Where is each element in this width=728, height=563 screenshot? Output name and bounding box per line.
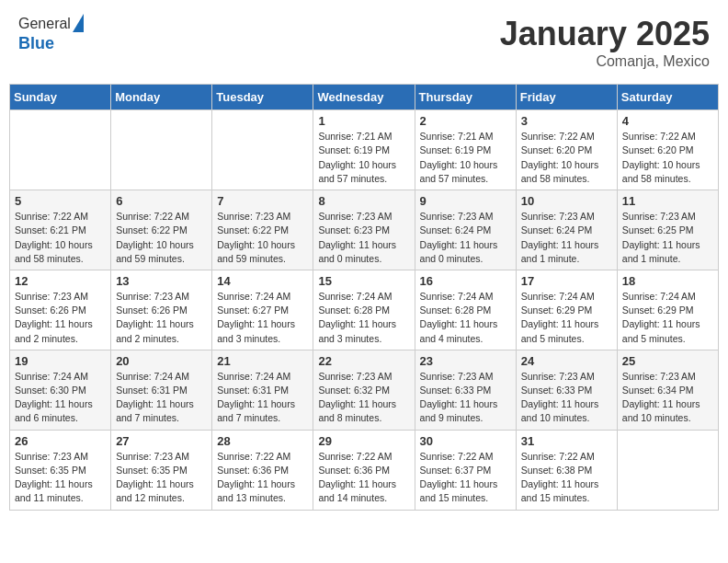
day-info: Sunrise: 7:24 AM Sunset: 6:30 PM Dayligh… [15,370,106,426]
day-info: Sunrise: 7:22 AM Sunset: 6:20 PM Dayligh… [622,130,713,186]
day-info: Sunrise: 7:24 AM Sunset: 6:28 PM Dayligh… [318,290,409,346]
calendar-week-row: 19Sunrise: 7:24 AM Sunset: 6:30 PM Dayli… [10,350,719,430]
day-number: 19 [15,354,106,368]
day-info: Sunrise: 7:23 AM Sunset: 6:25 PM Dayligh… [622,210,713,266]
day-info: Sunrise: 7:24 AM Sunset: 6:29 PM Dayligh… [622,290,713,346]
day-number: 11 [622,194,713,208]
calendar-cell [212,110,313,190]
day-info: Sunrise: 7:21 AM Sunset: 6:19 PM Dayligh… [420,130,511,186]
day-info: Sunrise: 7:23 AM Sunset: 6:35 PM Dayligh… [15,450,106,506]
day-number: 26 [15,434,106,448]
day-info: Sunrise: 7:24 AM Sunset: 6:27 PM Dayligh… [217,290,308,346]
day-info: Sunrise: 7:22 AM Sunset: 6:38 PM Dayligh… [521,450,612,506]
logo: General Blue [18,14,84,53]
calendar-cell: 15Sunrise: 7:24 AM Sunset: 6:28 PM Dayli… [313,270,415,350]
day-number: 22 [318,354,409,368]
day-info: Sunrise: 7:21 AM Sunset: 6:19 PM Dayligh… [318,130,409,186]
weekday-header-cell: Friday [516,85,617,110]
calendar-cell [111,110,212,190]
calendar-cell: 20Sunrise: 7:24 AM Sunset: 6:31 PM Dayli… [111,350,212,430]
weekday-header-cell: Wednesday [313,85,415,110]
calendar-cell: 4Sunrise: 7:22 AM Sunset: 6:20 PM Daylig… [617,110,718,190]
day-info: Sunrise: 7:22 AM Sunset: 6:37 PM Dayligh… [420,450,511,506]
calendar-cell [10,110,111,190]
calendar-week-row: 5Sunrise: 7:22 AM Sunset: 6:21 PM Daylig… [10,190,719,270]
calendar-cell: 31Sunrise: 7:22 AM Sunset: 6:38 PM Dayli… [516,430,617,510]
calendar-cell: 19Sunrise: 7:24 AM Sunset: 6:30 PM Dayli… [10,350,111,430]
calendar-cell: 14Sunrise: 7:24 AM Sunset: 6:27 PM Dayli… [212,270,313,350]
calendar-cell: 8Sunrise: 7:23 AM Sunset: 6:23 PM Daylig… [313,190,415,270]
weekday-header-cell: Tuesday [212,85,313,110]
day-info: Sunrise: 7:22 AM Sunset: 6:22 PM Dayligh… [116,210,207,266]
day-info: Sunrise: 7:23 AM Sunset: 6:23 PM Dayligh… [318,210,409,266]
calendar-cell: 10Sunrise: 7:23 AM Sunset: 6:24 PM Dayli… [516,190,617,270]
calendar-cell: 23Sunrise: 7:23 AM Sunset: 6:33 PM Dayli… [415,350,516,430]
weekday-header-row: SundayMondayTuesdayWednesdayThursdayFrid… [10,85,719,110]
day-number: 21 [217,354,308,368]
day-number: 20 [116,354,207,368]
logo-triangle-icon [73,14,84,32]
calendar-cell: 29Sunrise: 7:22 AM Sunset: 6:36 PM Dayli… [313,430,415,510]
title-area: January 2025 Comanja, Mexico [500,14,710,70]
day-number: 2 [420,114,511,128]
calendar-week-row: 1Sunrise: 7:21 AM Sunset: 6:19 PM Daylig… [10,110,719,190]
calendar-cell: 18Sunrise: 7:24 AM Sunset: 6:29 PM Dayli… [617,270,718,350]
calendar-cell: 30Sunrise: 7:22 AM Sunset: 6:37 PM Dayli… [415,430,516,510]
day-number: 4 [622,114,713,128]
day-number: 31 [521,434,612,448]
calendar-cell: 16Sunrise: 7:24 AM Sunset: 6:28 PM Dayli… [415,270,516,350]
calendar-cell: 17Sunrise: 7:24 AM Sunset: 6:29 PM Dayli… [516,270,617,350]
day-number: 16 [420,274,511,288]
day-number: 24 [521,354,612,368]
day-info: Sunrise: 7:23 AM Sunset: 6:34 PM Dayligh… [622,370,713,426]
calendar-cell: 1Sunrise: 7:21 AM Sunset: 6:19 PM Daylig… [313,110,415,190]
calendar-cell [617,430,718,510]
calendar-week-row: 26Sunrise: 7:23 AM Sunset: 6:35 PM Dayli… [10,430,719,510]
day-number: 8 [318,194,409,208]
calendar-cell: 25Sunrise: 7:23 AM Sunset: 6:34 PM Dayli… [617,350,718,430]
day-info: Sunrise: 7:23 AM Sunset: 6:24 PM Dayligh… [420,210,511,266]
day-number: 23 [420,354,511,368]
day-number: 9 [420,194,511,208]
weekday-header-cell: Sunday [10,85,111,110]
day-info: Sunrise: 7:22 AM Sunset: 6:36 PM Dayligh… [318,450,409,506]
weekday-header-cell: Thursday [415,85,516,110]
calendar-week-row: 12Sunrise: 7:23 AM Sunset: 6:26 PM Dayli… [10,270,719,350]
day-number: 7 [217,194,308,208]
month-title: January 2025 [500,14,710,53]
day-number: 5 [15,194,106,208]
day-number: 1 [318,114,409,128]
calendar-cell: 28Sunrise: 7:22 AM Sunset: 6:36 PM Dayli… [212,430,313,510]
calendar-cell: 26Sunrise: 7:23 AM Sunset: 6:35 PM Dayli… [10,430,111,510]
logo-general: General [18,16,71,32]
day-info: Sunrise: 7:23 AM Sunset: 6:33 PM Dayligh… [420,370,511,426]
day-number: 29 [318,434,409,448]
calendar-cell: 24Sunrise: 7:23 AM Sunset: 6:33 PM Dayli… [516,350,617,430]
location-subtitle: Comanja, Mexico [500,53,710,70]
calendar-cell: 9Sunrise: 7:23 AM Sunset: 6:24 PM Daylig… [415,190,516,270]
calendar-cell: 21Sunrise: 7:24 AM Sunset: 6:31 PM Dayli… [212,350,313,430]
day-number: 28 [217,434,308,448]
logo-blue: Blue [18,34,54,53]
day-info: Sunrise: 7:23 AM Sunset: 6:26 PM Dayligh… [15,290,106,346]
calendar-cell: 13Sunrise: 7:23 AM Sunset: 6:26 PM Dayli… [111,270,212,350]
day-info: Sunrise: 7:23 AM Sunset: 6:24 PM Dayligh… [521,210,612,266]
day-info: Sunrise: 7:23 AM Sunset: 6:22 PM Dayligh… [217,210,308,266]
day-number: 12 [15,274,106,288]
day-info: Sunrise: 7:23 AM Sunset: 6:32 PM Dayligh… [318,370,409,426]
calendar-cell: 2Sunrise: 7:21 AM Sunset: 6:19 PM Daylig… [415,110,516,190]
day-number: 10 [521,194,612,208]
page-header: General Blue January 2025 Comanja, Mexic… [9,9,719,75]
calendar-cell: 3Sunrise: 7:22 AM Sunset: 6:20 PM Daylig… [516,110,617,190]
day-info: Sunrise: 7:23 AM Sunset: 6:33 PM Dayligh… [521,370,612,426]
day-number: 13 [116,274,207,288]
calendar-cell: 27Sunrise: 7:23 AM Sunset: 6:35 PM Dayli… [111,430,212,510]
calendar-cell: 5Sunrise: 7:22 AM Sunset: 6:21 PM Daylig… [10,190,111,270]
day-info: Sunrise: 7:23 AM Sunset: 6:26 PM Dayligh… [116,290,207,346]
day-number: 27 [116,434,207,448]
calendar-cell: 7Sunrise: 7:23 AM Sunset: 6:22 PM Daylig… [212,190,313,270]
day-number: 30 [420,434,511,448]
day-info: Sunrise: 7:24 AM Sunset: 6:28 PM Dayligh… [420,290,511,346]
calendar-table: SundayMondayTuesdayWednesdayThursdayFrid… [9,84,719,510]
weekday-header-cell: Saturday [617,85,718,110]
